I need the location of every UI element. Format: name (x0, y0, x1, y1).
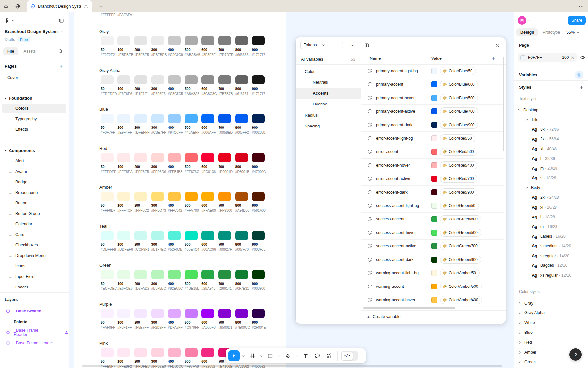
color-swatch[interactable] (168, 231, 181, 240)
color-swatch[interactable] (101, 192, 114, 201)
sidebar-item-checkboxes[interactable]: →Checkboxes (0, 241, 69, 250)
variable-row[interactable]: success-accentColor/Green/600 (361, 213, 504, 226)
color-swatch[interactable] (201, 270, 214, 279)
color-swatch[interactable] (235, 192, 248, 201)
frame-tool-button[interactable] (247, 350, 257, 361)
color-style-group-gray[interactable]: Gray (514, 300, 588, 306)
color-swatch[interactable] (101, 231, 114, 240)
variable-color-chip[interactable] (431, 81, 437, 87)
color-swatch[interactable] (101, 309, 114, 318)
sidebar-item-badge[interactable]: →Badge (0, 177, 69, 187)
text-style-item[interactable]: Agm· 20/28 (514, 166, 588, 171)
avatar[interactable]: M (518, 16, 526, 25)
color-swatch[interactable] (134, 153, 147, 162)
color-swatch[interactable] (201, 153, 214, 162)
app-menu-icon[interactable] (5, 18, 10, 23)
sidebar-item-card[interactable]: →Card (0, 230, 69, 239)
open-variables-icon[interactable] (575, 71, 583, 79)
layer-item[interactable]: _Base Swatch (0, 307, 69, 315)
color-swatch[interactable] (168, 192, 181, 201)
color-swatch[interactable] (151, 75, 164, 84)
tab-assets[interactable]: Assets (22, 47, 38, 55)
text-tool-button[interactable] (301, 350, 310, 361)
text-style-item[interactable]: Ag2xl· 24/28 (514, 195, 588, 200)
page-item-cover[interactable]: Cover (0, 74, 69, 81)
variable-color-chip[interactable] (431, 95, 437, 101)
color-style-group-gray-alpha[interactable]: Gray Alpha (514, 310, 588, 316)
tab-file[interactable]: File (3, 47, 18, 55)
color-swatch[interactable] (151, 231, 164, 240)
color-swatch[interactable] (101, 114, 114, 123)
page-opacity-value[interactable]: 100 (562, 55, 569, 60)
rect-tool-dropdown-chevron[interactable] (277, 350, 281, 361)
text-style-item[interactable]: AgBagdes· 12/16 (514, 263, 588, 268)
collapse-sidebar-icon[interactable] (59, 18, 64, 23)
color-swatch[interactable] (185, 231, 198, 240)
variable-row[interactable]: primary-accentColor/Blue/600 (361, 78, 504, 91)
tab-design[interactable]: Design (516, 28, 538, 36)
color-swatch[interactable] (117, 270, 130, 279)
variable-color-chip[interactable] (431, 108, 437, 114)
variable-value-pill[interactable]: Color/Green/50 (440, 202, 479, 210)
color-swatch[interactable] (101, 153, 114, 162)
color-swatch[interactable] (218, 309, 231, 318)
variable-color-chip[interactable] (431, 203, 437, 209)
variable-color-chip[interactable] (431, 243, 437, 249)
layer-item[interactable]: _Base Frame Header (0, 339, 69, 347)
color-swatch[interactable] (235, 309, 248, 318)
cursor-button[interactable] (228, 350, 240, 361)
variable-value-pill[interactable]: Color/Blue/900 (440, 121, 478, 129)
text-style-item[interactable]: Agm· 16/28 (514, 224, 588, 229)
color-swatch[interactable] (201, 114, 214, 123)
color-swatch[interactable] (201, 231, 214, 240)
color-swatch[interactable] (134, 309, 147, 318)
token-group-neutrals[interactable]: Neutrals (296, 77, 361, 88)
variable-value-pill[interactable]: Color/Red/500 (440, 148, 477, 156)
text-style-item[interactable]: Ag2xl· 56/64 (514, 136, 588, 142)
color-swatch[interactable] (252, 192, 265, 201)
color-swatch[interactable] (117, 153, 130, 162)
token-group-color[interactable]: Color (296, 66, 361, 77)
variable-color-chip[interactable] (431, 149, 437, 155)
tokens-horizontal-scrollbar[interactable] (363, 307, 455, 309)
variable-color-chip[interactable] (431, 135, 437, 141)
text-style-item[interactable]: Agl· 18/28 (514, 214, 588, 220)
variable-value-pill[interactable]: Color/Red/50 (440, 134, 475, 142)
tokens-dropdown[interactable]: Tokens (300, 41, 343, 49)
variable-row[interactable]: success-accent-hoverColor/Green/500 (361, 226, 504, 240)
color-swatch[interactable] (168, 309, 181, 318)
color-swatch[interactable] (134, 231, 147, 240)
token-group-overlay[interactable]: Overlay (296, 99, 361, 110)
color-swatch[interactable] (151, 114, 164, 123)
sidebar-item-button-group[interactable]: →Button Group (0, 209, 69, 218)
color-swatch[interactable] (218, 153, 231, 162)
color-swatch[interactable] (201, 348, 214, 357)
color-swatch[interactable] (101, 75, 114, 84)
sidebar-item-calendar[interactable]: →Calendar (0, 219, 69, 229)
color-swatch[interactable] (185, 192, 198, 201)
color-swatch[interactable] (117, 348, 130, 357)
avatar-chevron-icon[interactable] (528, 19, 531, 22)
color-style-group-white[interactable]: White (514, 320, 588, 326)
variable-value-pill[interactable]: Color/Green/500 (440, 229, 481, 237)
variable-value-pill[interactable]: Color/Red/900 (440, 188, 477, 196)
variable-value-pill[interactable]: Color/Blue/50 (440, 67, 476, 75)
color-swatch[interactable] (218, 270, 231, 279)
pen-tool-button[interactable] (283, 350, 293, 361)
variable-value-pill[interactable]: Color/Green/700 (440, 242, 481, 250)
variable-value-pill[interactable]: Color/Blue/700 (440, 107, 478, 115)
color-swatch[interactable] (151, 270, 164, 279)
variable-row[interactable]: error-accent-activeColor/Red/700 (361, 172, 504, 186)
color-swatch[interactable] (201, 192, 214, 201)
color-style-group-red[interactable]: Red (514, 340, 588, 345)
variable-row[interactable]: warning-accent-hoverColor/Amber/400 (361, 293, 504, 307)
text-style-group-desktop[interactable]: Desktop (514, 107, 588, 113)
variable-row[interactable]: success-accent-darkColor/Green/900 (361, 253, 504, 266)
text-style-item[interactable]: Agxl· 40/48 (514, 146, 588, 151)
page-color-chip[interactable] (520, 55, 525, 60)
color-swatch[interactable] (252, 270, 265, 279)
app-menu-chevron-icon[interactable] (12, 19, 15, 22)
page-color-input[interactable]: F0F7FF 100 % (518, 53, 577, 62)
color-swatch[interactable] (117, 231, 130, 240)
color-swatch[interactable] (218, 192, 231, 201)
